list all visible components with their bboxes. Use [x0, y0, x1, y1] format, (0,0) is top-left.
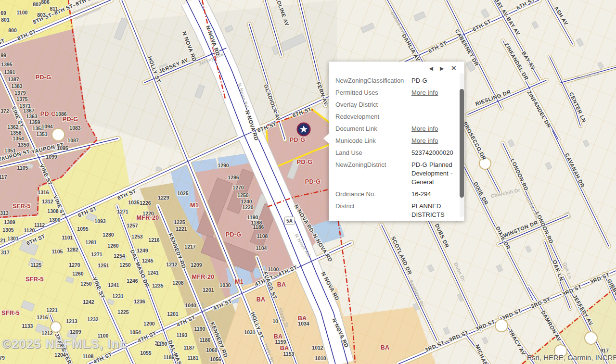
parcel-number: 1012	[312, 345, 323, 351]
zone-label: BA	[381, 344, 390, 351]
popup-scrollbar-thumb[interactable]	[460, 89, 464, 198]
parcel-number: 117	[0, 174, 7, 180]
map-canvas[interactable]: 8TH ST–8TH ST–8TH ST8TH ST8TH STYAUPON S…	[0, 0, 616, 364]
popup-scrollbar[interactable]	[460, 73, 464, 217]
more-info-link[interactable]: More info	[411, 137, 455, 145]
parcel-number: 1095	[57, 145, 68, 151]
parcel-number: 1190	[156, 341, 167, 347]
zone-label: PD-G	[305, 178, 321, 185]
parcel-number: 1056	[210, 356, 221, 362]
parcel-number: 1354	[13, 136, 24, 141]
parcel-number: 1271	[117, 209, 128, 214]
parcel-number: 1125	[31, 262, 42, 268]
field-label: NewZoningClassification	[335, 76, 411, 85]
parcel-number: 1236	[134, 299, 145, 304]
field-label: Permitted Uses	[335, 88, 411, 97]
parcel-number: 1204	[54, 352, 66, 358]
parcel-number: 1240	[241, 199, 252, 204]
parcel-number: 21	[0, 238, 6, 243]
parcel-number: 1209	[191, 262, 202, 268]
field-label: Municode Link	[335, 137, 411, 145]
parcel-number: 1221	[46, 307, 58, 313]
parcel-number: 1383	[11, 83, 23, 89]
field-value	[411, 113, 455, 121]
field-label: District	[335, 202, 411, 219]
popup-attribute-table: NewZoningClassificationPD-GPermitted Use…	[329, 73, 464, 219]
parcel-number: 1363	[26, 113, 38, 119]
popup-row: Permitted UsesMore info	[335, 88, 455, 97]
zone-label: BA	[257, 296, 266, 303]
parcel-number: 1229	[158, 195, 169, 201]
parcel-number: 1101	[62, 235, 73, 240]
parcel-number: 1190	[194, 326, 205, 332]
parcel-number: 1112	[34, 222, 45, 228]
parcel-number: 1216	[148, 237, 160, 243]
field-label: Ordinance No.	[335, 190, 411, 199]
parcel-number: 1220	[142, 211, 154, 216]
parcel-number: 1271	[91, 251, 103, 257]
parcel-number: 1350	[18, 142, 29, 148]
field-label: Document Link	[335, 125, 411, 133]
zone-label: SFR-5	[26, 276, 44, 283]
parcel-number: 1212	[166, 262, 178, 267]
feature-info-popup: ◀ ▶ ✕ NewZoningClassificationPD-GPermitt…	[329, 62, 464, 221]
parcel-number: 1094	[41, 124, 53, 129]
parcel-number: 1251	[98, 263, 109, 268]
field-value: PD-G Planned Development - General	[411, 161, 455, 187]
previous-feature-button[interactable]: ◀	[429, 65, 433, 72]
parcel-number: 1280	[103, 232, 114, 238]
parcel-number: 1253	[131, 234, 143, 239]
popup-row: Land Use523742000020	[335, 149, 455, 157]
parcel-number: 1358	[10, 130, 22, 136]
popup-row: Overlay District	[335, 100, 455, 109]
parcel-number: 1055	[140, 350, 152, 356]
route-shield-label: 5A	[286, 218, 293, 224]
parcel-number: 1395	[1, 62, 13, 67]
parcel-number: 1217	[184, 244, 196, 250]
parcel-number: 1351	[4, 148, 16, 153]
cul-de-sac	[52, 128, 64, 141]
parcel-number: 1200	[143, 321, 155, 326]
parcel-number: 1060	[206, 347, 218, 353]
parcel-number: 1212	[41, 330, 53, 336]
more-info-link[interactable]: More info	[411, 88, 455, 97]
parcel-number: 1254	[114, 253, 125, 259]
parcel-number: 1054	[129, 329, 141, 335]
parcel-number: 1220	[242, 204, 254, 210]
parcel-number: 1301	[7, 236, 19, 241]
parcel-number: 1290	[218, 163, 229, 168]
parcel-number: 1308	[47, 208, 59, 214]
parcel-number: 1087	[67, 138, 79, 143]
parcel-number: 1193	[177, 332, 188, 338]
popup-header: ◀ ▶ ✕	[329, 62, 464, 73]
parcel-number: 1104	[256, 245, 267, 251]
parcel-number: 1099	[46, 154, 57, 160]
field-label: Land Use	[335, 149, 411, 157]
parcel-number: 1249	[137, 248, 148, 253]
parcel-number: 10	[272, 318, 278, 324]
parcel-number: 1270	[69, 262, 80, 268]
zone-label: BA	[277, 281, 286, 288]
parcel-number: 1100	[268, 266, 279, 272]
parcel-number: 1186	[164, 354, 175, 360]
parcel-number: 1231	[112, 293, 124, 299]
more-info-link[interactable]: More info	[411, 125, 455, 133]
field-value: PLANNED DISTRICTS	[411, 202, 455, 219]
field-value	[411, 100, 455, 109]
popup-row: Ordinance No.16-294	[335, 190, 455, 199]
parcel-number: 1226	[140, 200, 151, 206]
popup-row: DistrictPLANNED DISTRICTS	[335, 202, 455, 219]
field-value: 16-294	[411, 190, 455, 199]
field-value: 523742000020	[411, 149, 455, 157]
parcel-number: 372	[0, 108, 9, 114]
parcel-number: 1095	[77, 226, 89, 232]
parcel-number: 1221	[176, 226, 187, 232]
zone-label: M1	[190, 202, 199, 209]
zone-label: PD-G	[36, 74, 51, 81]
parcel-number: 1316	[38, 189, 49, 195]
parcel-number: 1159	[275, 339, 286, 345]
close-icon[interactable]: ✕	[450, 64, 457, 72]
next-feature-button[interactable]: ▶	[440, 65, 444, 72]
parcel-number: 1250	[237, 192, 249, 198]
popup-row: NewZoningDistrictPD-G Planned Developmen…	[335, 161, 455, 187]
